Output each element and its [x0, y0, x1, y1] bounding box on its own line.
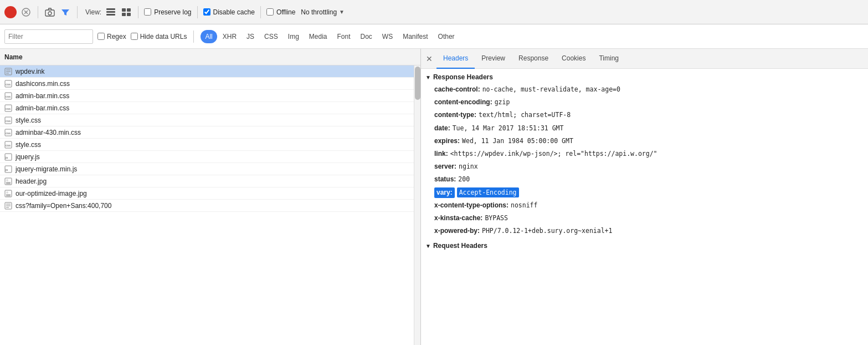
filter-bar: Regex Hide data URLs AllXHRJSCSSImgMedia… — [0, 24, 868, 49]
detail-tab-timing[interactable]: Timing — [592, 49, 625, 69]
detail-tab-cookies[interactable]: Cookies — [555, 49, 592, 69]
stop-button[interactable] — [20, 6, 32, 18]
disable-cache-group: Disable cache — [203, 8, 255, 16]
filter-input[interactable] — [4, 29, 93, 44]
header-row: link:<https://wpdev.ink/wp-json/>; rel="… — [421, 148, 868, 160]
type-btn-font[interactable]: Font — [333, 30, 355, 43]
detail-tabs-container: HeadersPreviewResponseCookiesTiming — [436, 49, 625, 69]
detail-tab-preview[interactable]: Preview — [475, 49, 512, 69]
file-item[interactable]: header.jpg — [0, 175, 420, 187]
img-file-icon — [4, 190, 12, 197]
close-panel-button[interactable]: ✕ — [423, 53, 435, 65]
group-view-button[interactable] — [120, 6, 132, 18]
type-btn-js[interactable]: JS — [242, 30, 259, 43]
svg-text:css: css — [6, 119, 11, 123]
file-item[interactable]: cssstyle.css — [0, 139, 420, 151]
file-item[interactable]: cssadmin-bar.min.css — [0, 102, 420, 114]
disable-cache-label[interactable]: Disable cache — [213, 8, 255, 16]
regex-label[interactable]: Regex — [107, 33, 126, 40]
type-btn-img[interactable]: Img — [284, 30, 304, 43]
hide-data-urls-checkbox[interactable] — [131, 33, 138, 40]
camera-icon[interactable] — [44, 6, 56, 18]
list-view-button[interactable] — [105, 6, 117, 18]
header-value: Tue, 14 Mar 2017 18:51:31 GMT — [453, 123, 564, 133]
svg-rect-11 — [127, 13, 131, 16]
type-btn-all[interactable]: All — [201, 30, 217, 43]
offline-label[interactable]: Offline — [276, 8, 295, 16]
css-file-icon: css — [4, 129, 12, 136]
separator-1 — [38, 6, 38, 18]
preserve-log-checkbox[interactable] — [144, 8, 151, 16]
file-item[interactable]: css?family=Open+Sans:400,700 — [0, 200, 420, 212]
header-value: Wed, 11 Jan 1984 05:00:00 GMT — [462, 136, 573, 146]
type-btn-doc[interactable]: Doc — [356, 30, 377, 43]
scrollbar[interactable] — [414, 65, 420, 345]
file-item[interactable]: cssstyle.css — [0, 114, 420, 126]
file-name: style.css — [16, 116, 41, 124]
file-name: adminbar-430.min.css — [16, 129, 81, 136]
no-throttling-label[interactable]: No throttling — [301, 8, 337, 16]
svg-rect-9 — [127, 8, 131, 12]
hide-data-urls-label[interactable]: Hide data URLs — [140, 33, 187, 40]
header-value: text/html; charset=UTF-8 — [479, 110, 571, 120]
header-name: x-kinsta-cache: — [434, 213, 482, 224]
header-name: link: — [434, 149, 448, 159]
svg-point-34 — [6, 179, 8, 181]
offline-checkbox[interactable] — [266, 8, 274, 16]
file-name: style.css — [16, 141, 41, 149]
file-item[interactable]: cssadminbar-430.min.css — [0, 126, 420, 139]
regex-checkbox[interactable] — [97, 33, 105, 40]
file-item[interactable]: wpdev.ink — [0, 65, 420, 78]
file-item[interactable]: cssdashicons.min.css — [0, 78, 420, 90]
type-btn-xhr[interactable]: XHR — [218, 30, 241, 43]
filter-icon[interactable] — [59, 6, 71, 18]
file-name: dashicons.min.css — [16, 80, 70, 88]
view-label: View: — [85, 8, 101, 16]
css-file-icon: css — [4, 92, 12, 100]
type-btn-css[interactable]: CSS — [260, 30, 283, 43]
header-row: content-type:text/html; charset=UTF-8 — [421, 109, 868, 121]
header-name: x-content-type-options: — [434, 200, 509, 211]
svg-text:css: css — [6, 83, 11, 86]
js-file-icon: js — [4, 153, 12, 161]
filter-separator — [193, 31, 194, 43]
record-button[interactable] — [4, 6, 17, 18]
header-row: vary:Accept-Encoding — [421, 186, 868, 199]
detail-tab-response[interactable]: Response — [512, 49, 555, 69]
file-items: wpdev.inkcssdashicons.min.csscssadmin-ba… — [0, 65, 420, 345]
header-value: 200 — [458, 174, 470, 184]
svg-rect-10 — [122, 13, 126, 16]
request-headers-section[interactable]: ▼ Request Headers — [421, 240, 868, 252]
file-item[interactable]: jsjquery-migrate.min.js — [0, 163, 420, 175]
separator-5 — [260, 6, 261, 18]
file-name: admin-bar.min.css — [16, 92, 69, 100]
file-name: our-optimized-image.jpg — [16, 190, 87, 197]
type-btn-media[interactable]: Media — [305, 30, 332, 43]
toolbar: View: Preserve log Disable cache Offline… — [0, 0, 868, 24]
svg-text:css: css — [6, 107, 11, 110]
type-btn-manifest[interactable]: Manifest — [398, 30, 432, 43]
throttling-dropdown-arrow[interactable]: ▼ — [339, 9, 345, 15]
type-btn-other[interactable]: Other — [434, 30, 459, 43]
detail-tab-headers[interactable]: Headers — [436, 49, 475, 69]
preserve-log-label[interactable]: Preserve log — [154, 8, 191, 16]
detail-content: ▼ Response Headers cache-control:no-cach… — [421, 69, 868, 345]
hide-data-urls-group: Hide data URLs — [131, 33, 187, 40]
type-btn-ws[interactable]: WS — [378, 30, 397, 43]
header-value: <https://wpdev.ink/wp-json/>; rel="https… — [450, 149, 658, 159]
css-file-icon: css — [4, 104, 12, 112]
file-item[interactable]: our-optimized-image.jpg — [0, 187, 420, 200]
response-headers-section[interactable]: ▼ Response Headers — [421, 71, 868, 83]
scrollbar-thumb[interactable] — [415, 67, 420, 100]
svg-text:css: css — [6, 131, 11, 135]
header-row: x-content-type-options:nosniff — [421, 199, 868, 212]
file-item[interactable]: jsjquery.js — [0, 151, 420, 163]
font-file-icon — [4, 202, 12, 210]
svg-text:js: js — [5, 168, 8, 171]
file-item[interactable]: cssadmin-bar.min.css — [0, 90, 420, 102]
doc-file-icon — [4, 68, 12, 75]
css-file-icon: css — [4, 141, 12, 149]
disable-cache-checkbox[interactable] — [203, 8, 210, 16]
separator-4 — [197, 6, 198, 18]
file-name: header.jpg — [16, 177, 47, 185]
